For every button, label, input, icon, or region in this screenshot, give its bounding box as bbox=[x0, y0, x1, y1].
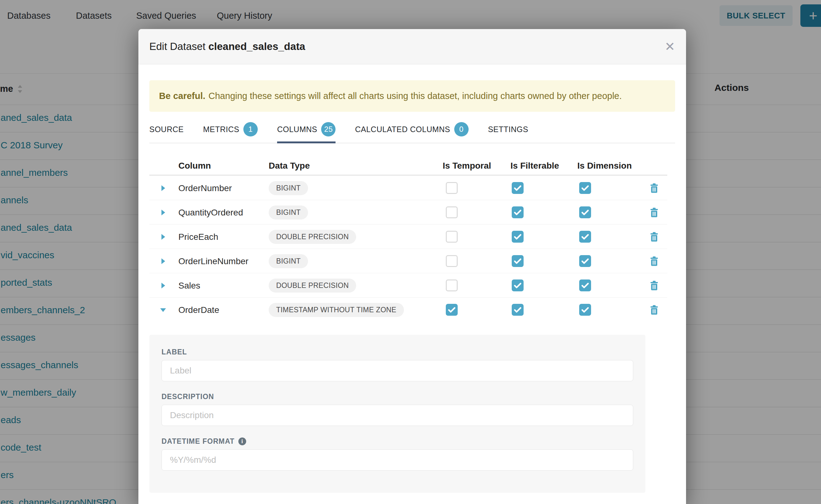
delete-column-button[interactable] bbox=[649, 304, 660, 316]
column-header-is-filterable: Is Filterable bbox=[511, 161, 559, 171]
delete-column-button[interactable] bbox=[649, 231, 660, 243]
warning-banner-text: Changing these settings will affect all … bbox=[208, 91, 622, 101]
close-icon: ✕ bbox=[665, 40, 675, 53]
data-type-pill: TIMESTAMP WITHOUT TIME ZONE bbox=[269, 303, 404, 317]
expand-caret-icon[interactable] bbox=[161, 282, 167, 289]
expand-caret-icon[interactable] bbox=[161, 185, 167, 192]
data-type-pill: DOUBLE PRECISION bbox=[269, 230, 356, 244]
column-name: OrderLineNumber bbox=[178, 256, 248, 266]
edit-dataset-modal: Edit Dataset cleaned_sales_data ✕ Be car… bbox=[138, 29, 686, 504]
tab-label: SETTINGS bbox=[488, 125, 528, 134]
delete-column-button[interactable] bbox=[649, 256, 660, 267]
column-header-is-dimension: Is Dimension bbox=[577, 161, 632, 171]
is-temporal-checkbox[interactable] bbox=[446, 255, 458, 267]
data-type-pill: DOUBLE PRECISION bbox=[269, 279, 356, 293]
column-row: OrderNumber BIGINT bbox=[149, 176, 667, 200]
tab-metrics[interactable]: METRICS 1 bbox=[203, 122, 258, 143]
description-field-label-text: DESCRIPTION bbox=[161, 393, 214, 401]
description-field-label: DESCRIPTION bbox=[161, 393, 633, 401]
tab-badge: 1 bbox=[243, 122, 258, 136]
columns-table-body: OrderNumber BIGINT bbox=[149, 176, 667, 322]
expand-caret-icon[interactable] bbox=[161, 258, 167, 265]
is-dimension-checkbox[interactable] bbox=[579, 182, 591, 194]
modal-title-dataset-name: cleaned_sales_data bbox=[208, 41, 305, 52]
data-type-pill: BIGINT bbox=[269, 181, 308, 195]
expand-caret-icon[interactable] bbox=[161, 307, 167, 314]
trash-icon bbox=[649, 280, 659, 291]
column-row: Sales DOUBLE PRECISION bbox=[149, 273, 667, 298]
label-input[interactable] bbox=[161, 360, 633, 381]
column-row: PriceEach DOUBLE PRECISION bbox=[149, 225, 667, 249]
is-filterable-checkbox[interactable] bbox=[512, 304, 524, 316]
column-header-column: Column bbox=[178, 161, 211, 171]
datetime-format-field-label: DATETIME FORMAT i bbox=[161, 437, 633, 446]
is-filterable-checkbox[interactable] bbox=[512, 279, 524, 291]
column-name: OrderNumber bbox=[178, 183, 232, 193]
trash-icon bbox=[649, 232, 659, 242]
column-name: Sales bbox=[178, 281, 200, 291]
delete-column-button[interactable] bbox=[649, 183, 660, 194]
tab-settings[interactable]: SETTINGS bbox=[488, 122, 528, 143]
delete-column-button[interactable] bbox=[649, 280, 660, 291]
columns-table-header: Column Data Type Is Temporal Is Filterab… bbox=[149, 143, 667, 176]
trash-icon bbox=[649, 183, 659, 194]
datetime-format-input[interactable] bbox=[161, 449, 633, 471]
is-temporal-checkbox[interactable] bbox=[446, 206, 458, 218]
is-dimension-checkbox[interactable] bbox=[579, 255, 591, 267]
column-detail-panel: LABEL DESCRIPTION DATETIME FORMAT i bbox=[149, 335, 645, 493]
column-row: OrderLineNumber BIGINT bbox=[149, 249, 667, 273]
tab-badge: 0 bbox=[454, 122, 469, 136]
close-button[interactable]: ✕ bbox=[665, 40, 675, 53]
is-temporal-checkbox[interactable] bbox=[446, 304, 458, 316]
label-field-label-text: LABEL bbox=[161, 348, 187, 356]
data-type-pill: BIGINT bbox=[269, 205, 308, 220]
tab-label: SOURCE bbox=[149, 125, 184, 134]
label-field-label: LABEL bbox=[161, 348, 633, 356]
modal-header: Edit Dataset cleaned_sales_data ✕ bbox=[138, 29, 686, 64]
trash-icon bbox=[649, 305, 659, 315]
expand-caret-icon[interactable] bbox=[161, 209, 167, 216]
is-filterable-checkbox[interactable] bbox=[512, 255, 524, 267]
trash-icon bbox=[649, 207, 659, 218]
column-name: QuantityOrdered bbox=[178, 208, 243, 218]
tab-badge: 25 bbox=[321, 122, 335, 136]
column-row: OrderDate TIMESTAMP WITHOUT TIME ZONE bbox=[149, 298, 667, 322]
is-temporal-checkbox[interactable] bbox=[446, 182, 458, 194]
modal-tabs: SOURCE METRICS 1 COLUMNS 25 CALCULATED C… bbox=[149, 122, 675, 143]
description-input[interactable] bbox=[161, 405, 633, 426]
datetime-format-label-text: DATETIME FORMAT bbox=[161, 437, 235, 446]
tab-source[interactable]: SOURCE bbox=[149, 122, 184, 143]
is-temporal-checkbox[interactable] bbox=[446, 279, 458, 291]
warning-banner-title: Be careful. bbox=[159, 91, 205, 101]
trash-icon bbox=[649, 256, 659, 267]
is-temporal-checkbox[interactable] bbox=[446, 231, 458, 243]
tab-label: CALCULATED COLUMNS bbox=[355, 125, 450, 134]
is-dimension-checkbox[interactable] bbox=[579, 304, 591, 316]
tab-columns[interactable]: COLUMNS 25 bbox=[277, 122, 336, 143]
is-dimension-checkbox[interactable] bbox=[579, 279, 591, 291]
modal-title-prefix: Edit Dataset bbox=[149, 41, 205, 52]
info-icon[interactable]: i bbox=[238, 437, 246, 445]
modal-body: Be careful. Changing these settings will… bbox=[138, 80, 686, 493]
is-dimension-checkbox[interactable] bbox=[579, 231, 591, 243]
is-filterable-checkbox[interactable] bbox=[512, 206, 524, 218]
is-dimension-checkbox[interactable] bbox=[579, 206, 591, 218]
column-name: OrderDate bbox=[178, 305, 219, 315]
tab-label: METRICS bbox=[203, 125, 239, 134]
column-header-is-temporal: Is Temporal bbox=[443, 161, 491, 171]
expand-caret-icon[interactable] bbox=[161, 234, 167, 240]
column-name: PriceEach bbox=[178, 232, 218, 242]
tab-calculated-columns[interactable]: CALCULATED COLUMNS 0 bbox=[355, 122, 468, 143]
modal-title: Edit Dataset cleaned_sales_data bbox=[149, 41, 305, 52]
is-filterable-checkbox[interactable] bbox=[512, 231, 524, 243]
warning-banner: Be careful. Changing these settings will… bbox=[149, 80, 675, 112]
column-header-data-type: Data Type bbox=[269, 161, 310, 171]
tab-label: COLUMNS bbox=[277, 125, 317, 134]
delete-column-button[interactable] bbox=[649, 207, 660, 218]
data-type-pill: BIGINT bbox=[269, 254, 308, 268]
is-filterable-checkbox[interactable] bbox=[512, 182, 524, 194]
column-row: QuantityOrdered BIGINT bbox=[149, 200, 667, 225]
